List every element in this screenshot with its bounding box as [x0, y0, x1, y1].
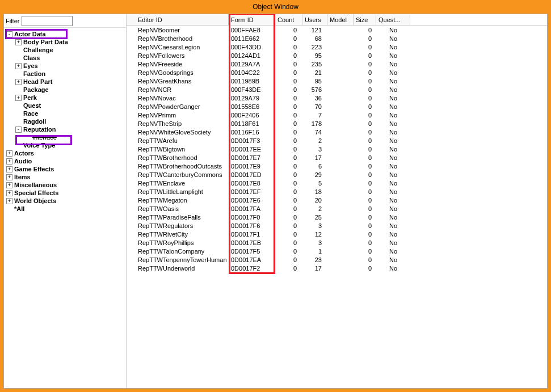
expand-icon[interactable]: + — [6, 166, 12, 172]
tree-item[interactable]: *All — [5, 205, 125, 213]
table-row[interactable]: RepNVNovac00129A790360No — [127, 94, 547, 102]
table-row[interactable]: RepTTWRivetCity0D0017F10120No — [127, 230, 547, 238]
tree-item[interactable]: +World Objects — [5, 197, 125, 205]
table-row[interactable]: RepNVFreeside00129A7A02350No — [127, 60, 547, 68]
expand-icon[interactable]: + — [6, 198, 12, 204]
expand-icon[interactable]: + — [15, 63, 22, 69]
cell-size: 0 — [354, 103, 376, 110]
col-header-editor-id[interactable]: Editor ID — [127, 14, 229, 25]
col-header-size[interactable]: Size — [354, 14, 376, 25]
cell-users: 3 — [302, 222, 327, 229]
tree-item[interactable]: +Audio — [5, 157, 125, 165]
tree-item[interactable]: +Body Part Data — [5, 38, 125, 46]
table-row[interactable]: RepTTWRoyPhillips0D0017EB030No — [127, 238, 547, 247]
tree-item[interactable]: Voice Type — [5, 141, 125, 149]
expand-icon[interactable]: + — [6, 190, 12, 196]
table-row[interactable]: RepNVFollowers00124AD10950No — [127, 51, 547, 60]
cell-quest: No — [376, 256, 410, 263]
expand-icon[interactable]: + — [6, 158, 12, 165]
table-row[interactable]: RepNVNCR000F43DE05760No — [127, 85, 547, 94]
tree-item[interactable]: +Eyes — [5, 62, 125, 70]
tree-item[interactable]: +Game Effects — [5, 165, 125, 173]
col-header-quest[interactable]: Quest... — [376, 14, 410, 25]
table-row[interactable]: RepNVGreatKhans0011989B0950No — [127, 77, 547, 85]
cell-size: 0 — [354, 78, 376, 85]
filter-input[interactable] — [22, 16, 73, 26]
expand-icon[interactable]: + — [6, 174, 12, 180]
expand-icon[interactable]: + — [15, 95, 22, 101]
col-header-users[interactable]: Users — [302, 14, 327, 25]
expand-icon[interactable]: + — [6, 150, 12, 157]
tree-item[interactable]: +Actors — [5, 149, 125, 157]
tree-item[interactable]: Ragdoll — [5, 117, 125, 125]
table-row[interactable]: RepNVPowderGanger001558E60700No — [127, 102, 547, 111]
table-row[interactable]: RepTTWOasis0D0017FA020No — [127, 204, 547, 213]
collapse-icon[interactable]: - — [6, 31, 12, 37]
cell-users: 95 — [302, 78, 327, 85]
col-header-count[interactable]: Count — [275, 14, 302, 25]
tree-item[interactable]: Package — [5, 86, 125, 94]
cell-size: 0 — [354, 171, 376, 178]
collapse-icon[interactable]: - — [15, 127, 22, 133]
table-row[interactable]: RepTTWTenpennyTowerHuman0D0017EA0230No — [127, 255, 547, 264]
table-row[interactable]: RepNVTheStrip00118F6101780No — [127, 119, 547, 128]
tree-item[interactable]: Quest — [5, 102, 125, 109]
tree-item-label: Voice Type — [23, 142, 55, 149]
table-row[interactable]: RepNVBrotherhood0011E6620680No — [127, 34, 547, 43]
category-tree[interactable]: -Actor Data+Body Part DataChallengeClass… — [4, 28, 126, 388]
tree-item[interactable]: +Items — [5, 173, 125, 181]
cell-size: 0 — [354, 44, 376, 50]
tree-item[interactable]: +Perk — [5, 94, 125, 102]
tree-item[interactable]: Interface — [5, 133, 125, 141]
tree-item[interactable]: +Miscellaneous — [5, 181, 125, 189]
cell-size: 0 — [354, 86, 376, 93]
tree-spacer — [15, 55, 22, 61]
tree-item[interactable]: +Head Part — [5, 78, 125, 86]
cell-count: 0 — [275, 214, 302, 221]
table-row[interactable]: RepTTWBrotherhoodOutcasts0D0017E9060No — [127, 162, 547, 170]
table-row[interactable]: RepNVWhiteGloveSociety00116F160740No — [127, 128, 547, 136]
cell-quest: No — [376, 163, 410, 170]
table-row[interactable]: RepTTWUnderworld0D0017F20170No — [127, 264, 547, 272]
grid-body[interactable]: RepNVBoomer000FFAE801210NoRepNVBrotherho… — [127, 26, 547, 388]
cell-form-id: 0D0017F0 — [229, 214, 275, 221]
tree-item[interactable]: Challenge — [5, 46, 125, 54]
table-row[interactable]: RepTTWBigtown0D0017EE030No — [127, 145, 547, 153]
cell-form-id: 000F2406 — [229, 112, 275, 119]
expand-icon[interactable]: + — [15, 79, 22, 85]
table-row[interactable]: RepTTWRegulators0D0017F6030No — [127, 221, 547, 230]
col-header-model[interactable]: Model — [327, 14, 354, 25]
cell-users: 21 — [302, 69, 327, 76]
cell-size: 0 — [354, 205, 376, 212]
table-row[interactable]: RepTTWArefu0D0017F3020No — [127, 136, 547, 145]
cell-form-id: 00116F16 — [229, 129, 275, 136]
table-row[interactable]: RepNVGoodsprings00104C220210No — [127, 68, 547, 77]
tree-item[interactable]: Race — [5, 109, 125, 117]
cell-size: 0 — [354, 154, 376, 161]
tree-item[interactable]: Class — [5, 54, 125, 62]
tree-item[interactable]: -Actor Data — [5, 30, 125, 38]
cell-editor-id: RepTTWBrotherhoodOutcasts — [127, 163, 229, 170]
expand-icon[interactable]: + — [15, 39, 22, 45]
table-row[interactable]: RepTTWEnclave0D0017E8050No — [127, 179, 547, 187]
tree-item[interactable]: Faction — [5, 70, 125, 78]
tree-spacer — [15, 47, 22, 53]
table-row[interactable]: RepNVPrimm000F2406070No — [127, 111, 547, 119]
table-row[interactable]: RepTTWCanterburyCommons0D0017ED0290No — [127, 170, 547, 179]
table-row[interactable]: RepTTWTalonCompany0D0017F5010No — [127, 247, 547, 255]
col-header-form-id[interactable]: Form ID — [229, 14, 275, 25]
expand-icon[interactable]: + — [6, 182, 12, 188]
cell-count: 0 — [275, 129, 302, 136]
tree-item[interactable]: +Special Effects — [5, 189, 125, 197]
cell-size: 0 — [354, 69, 376, 76]
tree-item-label: *All — [14, 205, 24, 212]
right-pane: Editor ID Form ID Count Users Model Size… — [127, 14, 547, 388]
table-row[interactable]: RepTTWLittleLamplight0D0017EF0180No — [127, 187, 547, 196]
table-row[interactable]: RepTTWParadiseFalls0D0017F00250No — [127, 213, 547, 221]
tree-item-label: Miscellaneous — [14, 182, 57, 188]
table-row[interactable]: RepTTWBrotherhood0D0017E70170No — [127, 153, 547, 162]
table-row[interactable]: RepTTWMegaton0D0017E60200No — [127, 196, 547, 204]
table-row[interactable]: RepNVBoomer000FFAE801210No — [127, 26, 547, 34]
tree-item[interactable]: -Reputation — [5, 125, 125, 133]
table-row[interactable]: RepNVCaesarsLegion000F43DD02230No — [127, 43, 547, 51]
